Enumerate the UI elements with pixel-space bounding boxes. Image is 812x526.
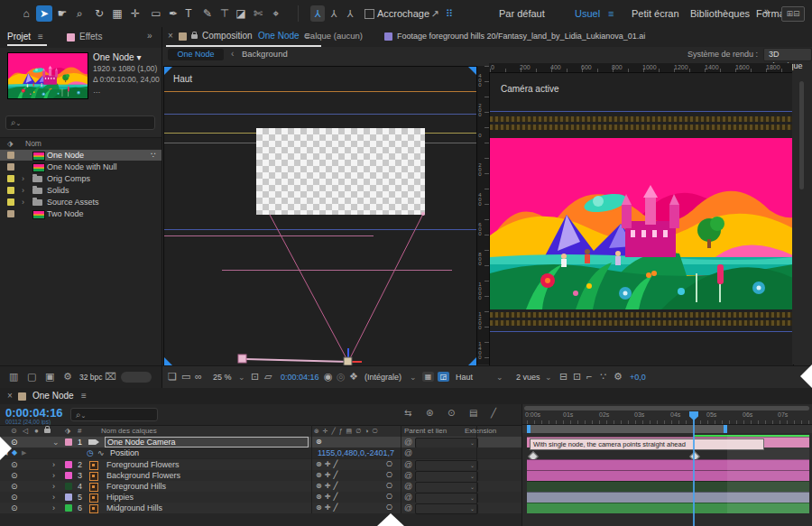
renderer-value[interactable]: 3D classique [763, 48, 812, 61]
expand-chevron-icon[interactable]: › [22, 197, 24, 208]
solo-column-icon[interactable]: ● [34, 426, 39, 437]
eye-icon[interactable]: ⊙ [11, 481, 18, 492]
column-divider[interactable] [476, 425, 477, 513]
item-name[interactable]: One Node with Null [47, 161, 117, 172]
comp-tab-name[interactable]: One Node [258, 31, 300, 41]
world-axis-icon[interactable]: ⅄ [327, 5, 341, 22]
clone-stamp-tool-icon[interactable]: ⊤ [217, 5, 233, 22]
label-chip[interactable] [7, 152, 14, 159]
reset-exposure-icon[interactable]: ⊡ [573, 371, 581, 383]
pick-whip-icon[interactable]: @ [404, 459, 412, 470]
project-settings-icon[interactable]: ⚙ [63, 371, 72, 383]
switches-column-icons[interactable]: ⊛ ✛ ╱ ƒ ▤ ∅ ◑ ⎔ [314, 426, 379, 437]
work-area-start-handle[interactable] [527, 425, 531, 433]
quality-switch-icon[interactable]: ⊛ [316, 437, 322, 448]
timeline-search-input[interactable]: ⌕⌄ [70, 408, 158, 421]
draft-3d-icon[interactable]: ⊛ [426, 408, 433, 418]
eye-icon[interactable]: ⊙ [11, 459, 18, 470]
vertical-scrollbar[interactable] [799, 81, 804, 189]
position-value[interactable]: 1155,0,480,0,-2401,7 [318, 448, 394, 458]
mask-visibility-icon[interactable]: ▱ [264, 371, 272, 383]
layer-name[interactable]: Background Flowers [106, 470, 180, 481]
expand-chevron-icon[interactable]: › [52, 492, 55, 503]
preview-title[interactable]: One Node [93, 52, 134, 62]
camera-tool-icon[interactable]: ▦ [109, 5, 125, 22]
label-chip[interactable] [65, 461, 72, 468]
pick-whip-icon[interactable]: @ [404, 481, 412, 492]
tab-projet[interactable]: Projet [7, 32, 31, 42]
expand-chevron-icon[interactable]: › [52, 481, 55, 492]
rotation-tool-icon[interactable]: ↻ [91, 5, 107, 22]
pick-whip-icon[interactable]: @ [404, 448, 412, 458]
snapshot-camera-icon[interactable]: ◉ [324, 371, 333, 383]
breadcrumb-current[interactable]: One Node [168, 49, 224, 60]
3d-cube-icon[interactable]: ⎔ [386, 492, 392, 503]
view-layout-dropdown[interactable]: 2 vues [516, 373, 540, 382]
project-item-one-node[interactable]: One Node ∵ [0, 150, 161, 161]
tab-effets[interactable]: Effets [79, 32, 102, 42]
label-chip[interactable] [65, 483, 72, 490]
channel-glasses-icon[interactable]: ∞ [195, 371, 202, 382]
label-chip[interactable] [65, 504, 72, 512]
region-of-interest-icon[interactable]: ⊡ [251, 371, 259, 383]
3d-cube-icon[interactable]: ⎔ [386, 459, 392, 470]
pick-whip-icon[interactable]: @ [404, 437, 412, 448]
search-workspaces-box[interactable]: ⊞⊟ [781, 6, 805, 22]
stopwatch-icon[interactable]: ◷ [87, 448, 94, 458]
next-keyframe-icon[interactable]: ▶ [22, 448, 26, 458]
timeline-menu-icon[interactable]: ≡ [81, 391, 87, 401]
current-time-display[interactable]: 0:00:04:16 [5, 406, 63, 420]
zoom-chevron-icon[interactable]: ⌄ [238, 373, 245, 382]
brush-tool-icon[interactable]: ✎ [199, 5, 216, 22]
layer-name[interactable]: Hippies [106, 492, 134, 503]
workspace-menu-icon[interactable]: ≡ [608, 8, 614, 19]
3d-cube-icon[interactable]: ⎔ [386, 470, 392, 481]
comp-flowchart-icon[interactable]: ⇆ [404, 408, 411, 418]
timeline-navigator-bar[interactable] [524, 406, 809, 411]
fast-previews-icon[interactable]: ⚙ [614, 371, 623, 383]
pick-whip-icon[interactable]: @ [404, 492, 412, 503]
label-chip[interactable] [7, 198, 14, 206]
layer-switches[interactable]: ⊛✛╱ [316, 470, 340, 481]
label-chip[interactable] [65, 438, 72, 446]
pan-behind-tool-icon[interactable]: ✛ [127, 5, 143, 22]
pen-tool-icon[interactable]: ✒ [165, 5, 181, 22]
playhead-line[interactable] [693, 419, 695, 526]
roto-brush-tool-icon[interactable]: ✄ [250, 5, 266, 22]
layer-name[interactable]: Foreground Flowers [106, 459, 180, 470]
snap-options-icon[interactable]: ↗ [428, 5, 442, 22]
stretch-value[interactable] [480, 437, 518, 448]
view-top[interactable]: Haut [163, 66, 477, 366]
stretch-value[interactable] [480, 470, 518, 481]
workspace-par-defaut[interactable]: Par défaut [499, 8, 545, 19]
view-chevron-icon[interactable]: ⌄ [496, 373, 503, 382]
motion-blur-icon[interactable]: ╱ [491, 408, 496, 418]
snap-label[interactable]: Accrochage [377, 8, 429, 19]
workspace-petit-ecran[interactable]: Petit écran [632, 8, 679, 19]
home-icon[interactable]: ⌂ [18, 5, 34, 22]
breadcrumb-previous[interactable]: Background [242, 49, 288, 59]
item-name[interactable]: One Node [47, 150, 84, 161]
lock-column-icon[interactable] [44, 429, 51, 433]
preview-caret-icon[interactable]: ▾ [136, 52, 141, 62]
workspace-bibliotheques[interactable]: Bibliothèques [690, 8, 750, 19]
tutorial-arrow-left[interactable] [0, 437, 12, 460]
text-tool-icon[interactable]: T [180, 5, 197, 22]
new-folder-icon[interactable]: ▢ [27, 371, 36, 383]
layer-switches[interactable]: ⊛✛╱ [316, 503, 340, 513]
item-name[interactable]: Solids [47, 185, 69, 196]
parent-column-header[interactable]: Parent et lien [404, 426, 447, 437]
stretch-column-header[interactable]: Extension [465, 426, 496, 437]
layer-row-6[interactable]: ⊙ › 6 Midground Hills ⊛✛╱ ⎔ @ ⌄ [0, 503, 521, 513]
stretch-value[interactable] [480, 459, 518, 470]
comp-mini-flow-icon[interactable]: ❏ [168, 371, 177, 383]
parent-dropdown[interactable]: ⌄ [415, 503, 478, 514]
show-channel-icon[interactable]: ❖ [349, 371, 358, 383]
layer-row-2[interactable]: ⊙ › 2 Foreground Flowers ⊛✛╱ ⎔ @ ⌄ [0, 459, 521, 470]
trash-icon[interactable]: ⌧ [105, 371, 116, 383]
work-area-bar[interactable] [527, 425, 727, 433]
snap-checkbox[interactable] [364, 9, 374, 19]
project-item-orig-comps[interactable]: › Orig Comps [0, 173, 161, 184]
label-chip[interactable] [7, 163, 14, 171]
eraser-tool-icon[interactable]: ◪ [233, 5, 249, 22]
